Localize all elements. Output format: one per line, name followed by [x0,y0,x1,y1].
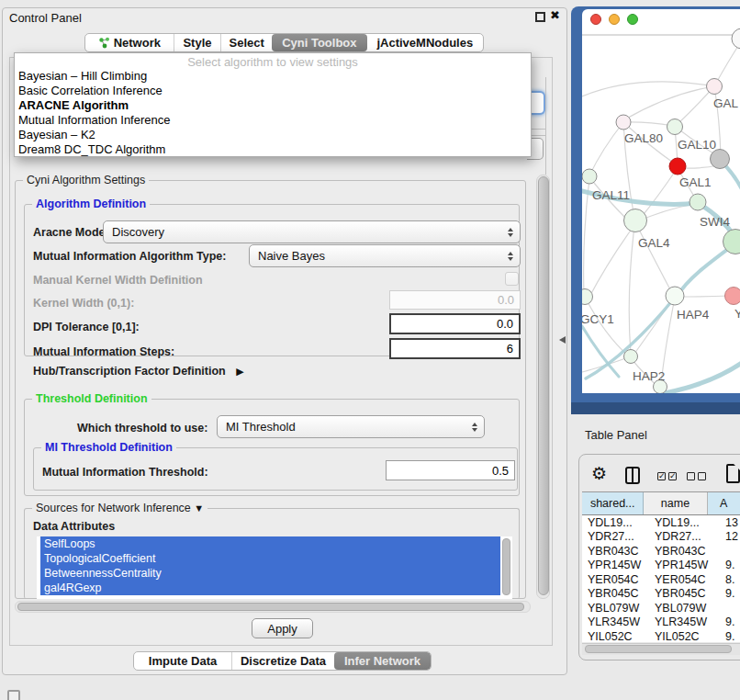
node-partial[interactable] [732,28,740,49]
table-row[interactable]: YIL052CYIL052C9. [582,629,740,642]
table-header: shared... name A [582,491,740,515]
dropdown-item-selected[interactable]: ARACNE Algorithm [15,98,531,113]
screen: Control Panel ✖ Network Style Select Cyn… [0,0,740,700]
traffic-light-close-icon[interactable] [591,15,601,25]
node-gal1[interactable] [690,194,706,210]
dropdown-item[interactable]: Mutual Information Inference [15,113,531,128]
node-gray[interactable] [711,150,730,169]
algorithm-definition-title: Algorithm Definition [32,198,150,210]
node-gal80[interactable] [616,115,631,130]
network-nodes[interactable] [582,28,740,393]
manual-kernel-label: Manual Kernel Width Definition [33,274,203,287]
node-gal4[interactable] [624,209,647,232]
traffic-light-zoom-icon[interactable] [628,15,638,25]
checkbox-checked-icon[interactable]: ✓ [657,472,666,480]
tab-style[interactable]: Style [174,34,221,51]
cyni-settings-title: Cyni Algorithm Settings [23,174,149,186]
mi-steps-field[interactable]: 6 [389,338,521,359]
node-hap2[interactable] [624,350,638,364]
checkbox-checked-icon[interactable]: ✓ [668,472,677,480]
hub-definition-label[interactable]: Hub/Transcription Factor Definition ▶ [33,365,244,378]
table-hscrollbar-thumb[interactable] [585,645,732,653]
dropdown-placeholder: Select algorithm to view settings [15,55,531,69]
manual-kernel-checkbox[interactable] [505,272,519,286]
dropdown-item[interactable]: Basic Correlation Inference [15,84,531,98]
node-gal[interactable] [707,79,723,95]
node-selected-red[interactable] [669,158,686,175]
tab-cyni-toolbox[interactable]: Cyni Toolbox [272,34,367,51]
table-row[interactable]: YDL19...YDL19...13 [582,515,740,530]
tab-network[interactable]: Network [85,34,174,51]
collapsed-panel-icon[interactable] [7,690,20,700]
tab-jactivemnodules[interactable]: jActiveMNodules [367,34,483,51]
node-label: HAP2 [633,369,665,383]
node-gal11[interactable] [582,169,597,184]
apply-button[interactable]: Apply [252,618,313,638]
column-header-shared[interactable]: shared... [582,492,644,514]
node-label: GAL4 [638,236,670,250]
table-row[interactable]: YBL079WYBL079W [582,601,740,615]
table-row[interactable]: YPR145WYPR145W9. [582,559,740,573]
stepper-arrows-icon [508,252,513,261]
list-item[interactable]: TopologicalCoefficient [40,551,500,566]
node-gal10[interactable] [667,119,683,135]
document-icon[interactable] [726,464,740,483]
table-row[interactable]: YER054CYER054C8. [582,572,740,587]
gear-icon[interactable]: ⚙ [591,463,607,484]
table-row[interactable]: YBR043CYBR043C [582,544,740,559]
which-threshold-label: Which threshold to use: [77,422,207,435]
aracne-mode-select[interactable]: Discovery [103,220,521,243]
settings-hscrollbar-thumb[interactable] [17,603,524,611]
node-salmon[interactable] [725,288,740,305]
network-icon [98,37,110,49]
control-panel-tabstrip: Network Style Select Cyni Toolbox jActiv… [84,33,484,52]
hidden-groupbox-border [545,77,546,175]
bottom-tabstrip: Impute Data Discretize Data Infer Networ… [133,651,432,671]
node-gcy1[interactable] [582,289,593,305]
dropdown-item[interactable]: Bayesian – K2 [15,128,531,142]
checkbox-unchecked-icon[interactable] [687,472,695,480]
network-canvas[interactable]: GAL GAL80 GAL10 GAL1 GAL11 SWI4 GAL4 GCY… [582,9,740,393]
tab-impute-data[interactable]: Impute Data [134,652,231,670]
float-window-icon[interactable] [535,12,545,22]
list-item[interactable]: gal4RGexp [40,581,500,595]
node-hap4[interactable] [666,287,684,305]
algorithm-dropdown-popup: Select algorithm to view settings Bayesi… [14,52,532,157]
node-label: GAL10 [678,138,716,152]
stepper-arrows-icon [508,228,513,237]
data-attributes-list[interactable]: SelfLoops TopologicalCoefficient Between… [37,536,512,599]
dpi-tolerance-label: DPI Tolerance [0,1]: [33,321,140,333]
list-scrollbar[interactable] [502,538,510,595]
traffic-light-minimize-icon[interactable] [610,15,620,25]
kernel-width-field: 0.0 [389,290,521,310]
network-window-frame-bottom [571,402,740,414]
table-body[interactable]: YDL19...YDL19...13 YDR27...YDR27...12 YB… [582,515,740,642]
tab-discretize-data[interactable]: Discretize Data [231,652,334,670]
list-item[interactable]: BetweennessCentrality [40,566,500,581]
column-header-partial[interactable]: A [708,492,740,514]
disclosure-down-icon[interactable]: ▼ [194,502,204,514]
aracne-mode-value: Discovery [112,225,164,239]
close-icon[interactable]: ✖ [550,8,560,22]
dropdown-item[interactable]: Bayesian – Hill Climbing [15,69,531,84]
column-header-name[interactable]: name [644,492,707,514]
list-item[interactable]: SelfLoops [40,536,500,551]
tab-infer-network[interactable]: Infer Network [334,652,431,670]
which-threshold-select[interactable]: MI Threshold [217,415,485,438]
table-row[interactable]: YBR045CYBR045C9. [582,587,740,602]
tab-select[interactable]: Select [220,34,272,51]
mi-threshold-label: Mutual Information Threshold: [42,466,208,479]
mi-steps-label: Mutual Information Steps: [33,345,174,358]
table-row[interactable]: YDR27...YDR27...12 [582,530,740,545]
disclosure-right-icon[interactable]: ▶ [236,366,243,377]
mi-threshold-field[interactable]: 0.5 [386,460,515,480]
columns-icon[interactable] [625,467,640,484]
checkbox-unchecked-icon[interactable] [698,472,706,480]
mi-type-label: Mutual Information Algorithm Type: [33,250,226,263]
table-row[interactable]: YLR345WYLR345W9. [582,615,740,630]
dpi-tolerance-field[interactable]: 0.0 [389,313,521,334]
settings-vscrollbar-thumb[interactable] [538,176,549,595]
dropdown-item[interactable]: Dream8 DC_TDC Algorithm [15,142,531,157]
mi-type-select[interactable]: Naive Bayes [249,244,521,267]
hidden-groupbox-border [531,129,545,130]
